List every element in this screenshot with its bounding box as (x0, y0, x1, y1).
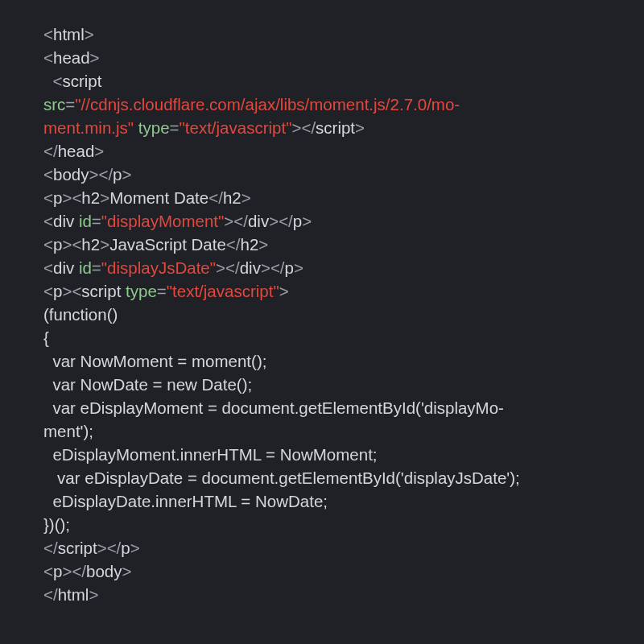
code-token: body (86, 562, 122, 580)
code-token: > (302, 212, 312, 230)
code-token: script (62, 72, 101, 90)
code-token: < (52, 72, 62, 90)
code-token: </ (225, 258, 240, 277)
code-token: "text/javascript" (167, 282, 279, 300)
code-token: > (224, 212, 233, 230)
code-token: { (43, 328, 49, 347)
code-token: > (85, 25, 94, 43)
code-token: > (355, 118, 365, 137)
code-token: < (43, 562, 53, 580)
code-token: = (170, 118, 180, 137)
code-token: html (58, 585, 89, 604)
code-token: eDisplayMoment.innerHTML = NowMoment; (43, 445, 378, 464)
code-token: p (53, 188, 62, 207)
code-token: > (90, 48, 100, 67)
code-token: > (258, 235, 268, 254)
code-token: > (122, 562, 132, 580)
code-token: </ (98, 165, 113, 184)
code-token: > (89, 165, 98, 184)
code-token: </ (43, 585, 58, 604)
code-token: div (240, 258, 261, 277)
code-token: < (43, 48, 53, 67)
code-token: h2 (241, 235, 259, 254)
code-token: p (53, 235, 62, 254)
code-token: > (216, 258, 225, 277)
code-token: < (72, 282, 81, 300)
code-token: script (316, 118, 355, 137)
code-token: JavaScript Date (109, 235, 226, 254)
code-token: > (242, 188, 251, 207)
code-token: h2 (81, 235, 100, 254)
code-token: p (285, 258, 294, 277)
code-token: > (294, 258, 303, 277)
code-token: div (53, 258, 79, 277)
code-token: src (43, 95, 65, 114)
code-token: script (58, 539, 97, 557)
code-token: h2 (81, 188, 100, 207)
code-token: </ (43, 539, 58, 557)
code-token: var NowMoment = moment(); (43, 352, 266, 370)
code-token: p (121, 539, 130, 557)
code-token: < (43, 165, 53, 184)
code-token: </ (226, 235, 241, 254)
code-token: > (269, 212, 279, 230)
code-token: = (157, 282, 167, 300)
code-token: < (43, 188, 53, 207)
code-token: > (62, 282, 72, 300)
code-token: > (122, 165, 132, 184)
code-token: (function() (43, 305, 118, 324)
code-token: </ (279, 212, 293, 230)
code-token: "displayMoment" (101, 212, 224, 230)
code-token: Moment Date (109, 188, 208, 207)
code-token: > (291, 118, 301, 137)
code-token: </ (208, 188, 223, 207)
code-token: </ (233, 212, 248, 230)
code-token: id (79, 258, 92, 277)
code-token: > (100, 188, 109, 207)
code-token: script (81, 282, 126, 300)
code-token: = (92, 212, 101, 230)
code-token: p (53, 282, 62, 300)
code-token: > (97, 539, 107, 557)
code-token: h2 (223, 188, 242, 207)
code-token: html (53, 25, 85, 43)
code-token: type (138, 118, 170, 137)
code-token: head (53, 48, 90, 67)
code-token: > (62, 235, 72, 254)
code-token: < (43, 282, 53, 300)
code-token: > (94, 142, 104, 160)
code-token: })(); (43, 515, 70, 534)
code-token: type (126, 282, 157, 300)
code-token: > (279, 282, 289, 300)
code-token: < (72, 235, 81, 254)
code-token: div (248, 212, 269, 230)
code-token: = (92, 258, 101, 277)
code-token: p (113, 165, 122, 184)
code-token: head (58, 142, 95, 160)
code-token: > (89, 585, 98, 604)
code-token: > (62, 188, 72, 207)
code-token: </ (72, 562, 86, 580)
code-token: id (79, 212, 92, 230)
code-block: <html> <head> <script src="//cdnjs.cloud… (0, 0, 644, 616)
code-token: p (53, 562, 62, 580)
code-token: < (43, 25, 53, 43)
code-token: < (43, 258, 53, 277)
code-token: > (261, 258, 270, 277)
code-token: var eDisplayDate = document.getElementBy… (43, 469, 520, 487)
code-token: > (100, 235, 109, 254)
code-token: > (130, 539, 140, 557)
code-token: "displayJsDate" (101, 258, 216, 277)
code-token: p (293, 212, 302, 230)
code-token: </ (43, 142, 58, 160)
code-token: </ (301, 118, 316, 137)
code-token: = (65, 95, 75, 114)
code-token: < (72, 188, 81, 207)
code-token: "text/javascript" (180, 118, 292, 137)
code-token: < (43, 235, 53, 254)
code-token: eDisplayDate.innerHTML = NowDate; (43, 492, 328, 510)
code-token (43, 72, 52, 90)
code-token: div (53, 212, 79, 230)
code-token: </ (107, 539, 122, 557)
code-token: </ (270, 258, 285, 277)
